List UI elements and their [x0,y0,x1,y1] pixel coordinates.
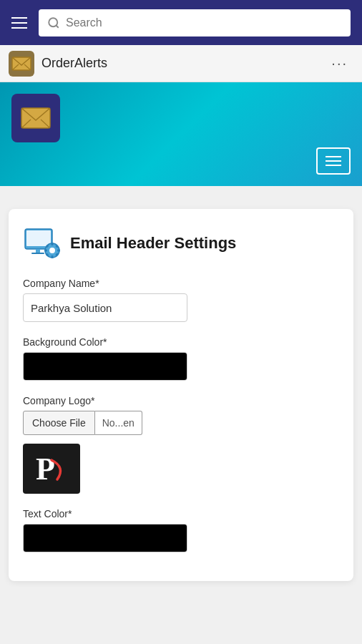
gap-spacer [0,186,362,209]
text-color-group: Text Color* [23,508,339,552]
svg-rect-17 [57,250,60,252]
text-color-input[interactable] [23,524,187,552]
background-color-display [24,353,187,380]
svg-rect-14 [52,243,54,245]
svg-point-13 [49,248,55,253]
top-nav [0,0,362,45]
svg-point-0 [49,18,57,26]
company-name-label: Company Name* [23,278,339,289]
text-color-display [24,525,187,552]
svg-line-1 [56,25,58,27]
app-icon [9,51,34,77]
background-color-label: Background Color* [23,336,339,348]
envelope-icon [11,55,31,72]
svg-text:P: P [36,452,55,487]
background-color-input[interactable] [23,352,187,381]
settings-title: Email Header Settings [70,234,236,253]
company-logo-label: Company Logo* [23,395,339,406]
settings-header: Email Header Settings [23,226,339,260]
app-title: OrderAlerts [41,56,326,71]
banner-menu-button[interactable] [316,147,351,175]
svg-rect-10 [36,249,40,253]
banner-envelope-icon [20,104,52,132]
settings-card: Email Header Settings Company Name* Back… [9,209,353,581]
logo-preview-image: P [30,449,73,489]
app-header-row: OrderAlerts ··· [0,45,362,82]
logo-preview: P [23,444,80,494]
banner-app-icon [11,94,60,142]
text-color-label: Text Color* [23,508,339,519]
choose-file-button[interactable]: Choose File [23,411,95,435]
search-input[interactable] [66,16,342,29]
svg-rect-9 [26,230,51,246]
svg-rect-15 [52,255,54,258]
svg-rect-16 [44,250,47,252]
search-bar[interactable] [39,9,351,36]
hamburger-menu[interactable] [11,17,27,29]
company-logo-group: Company Logo* Choose File No...en P [23,395,339,494]
background-color-group: Background Color* [23,336,339,381]
search-icon [47,16,60,29]
file-name-display: No...en [95,411,142,435]
company-name-input[interactable] [23,293,187,322]
company-name-group: Company Name* [23,278,339,322]
more-options-button[interactable]: ··· [326,52,353,74]
email-settings-icon [23,226,62,260]
file-input-row: Choose File No...en [23,411,339,435]
banner [0,82,362,186]
svg-rect-11 [31,253,44,254]
